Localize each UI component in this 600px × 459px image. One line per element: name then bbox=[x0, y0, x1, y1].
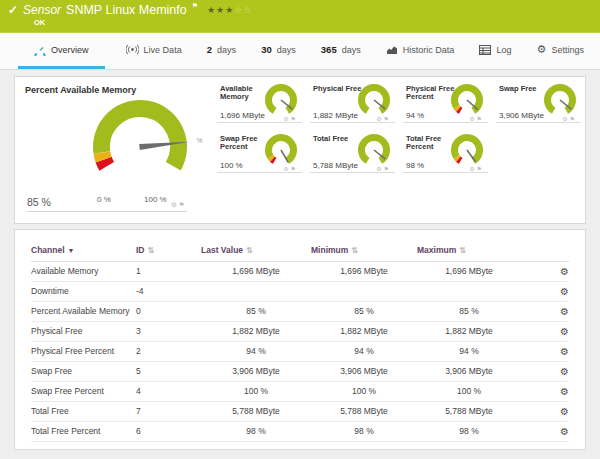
channel-name: Downtime bbox=[31, 281, 136, 301]
mini-gauge-total-free: Total Free 5,788 MByte ⚙⚑ bbox=[306, 129, 399, 179]
mini-gauge-value: 94 % bbox=[406, 111, 424, 120]
pin-icon[interactable]: ⚑ bbox=[384, 166, 391, 172]
gear-icon[interactable]: ⚙ bbox=[469, 116, 476, 122]
gauge-corner-icons[interactable]: ⚙⚑ bbox=[171, 201, 187, 209]
tab-overview[interactable]: Overview bbox=[18, 33, 105, 69]
last-value bbox=[201, 281, 311, 301]
mini-gauge-available-memory: Available Memory 1,696 MByte ⚙⚑ bbox=[213, 79, 306, 129]
channel-settings-gear-icon[interactable]: ⚙ bbox=[560, 406, 569, 417]
col-header-maximum[interactable]: Maximum⇅ bbox=[417, 239, 521, 261]
mini-gauge-total-free-percent: Total Free Percent 98 % ⚙⚑ bbox=[399, 129, 492, 179]
mini-gauge-label: Total Free bbox=[313, 135, 348, 143]
tab-bar: Overview Live Data 2 days 30 days 365 da… bbox=[0, 33, 600, 70]
channel-name: Swap Free Percent bbox=[31, 381, 136, 401]
channel-settings-gear-icon[interactable]: ⚙ bbox=[560, 426, 569, 437]
log-icon bbox=[479, 45, 491, 55]
maximum-value bbox=[417, 281, 521, 301]
table-row: Downtime -4 ⚙ bbox=[31, 281, 569, 301]
minimum-value: 1,882 MByte bbox=[311, 321, 417, 341]
last-value: 1,882 MByte bbox=[201, 321, 311, 341]
gauge-corner-icons[interactable]: ⚙⚑ bbox=[469, 115, 484, 122]
channel-settings-gear-icon[interactable]: ⚙ bbox=[560, 306, 569, 317]
channel-name: Physical Free bbox=[31, 321, 136, 341]
minimum-value: 100 % bbox=[311, 381, 417, 401]
mini-gauge-value: 1,882 MByte bbox=[313, 111, 358, 120]
gauge-corner-icons[interactable]: ⚙⚑ bbox=[562, 115, 577, 122]
tab-settings[interactable]: ⚙ Settings bbox=[533, 33, 588, 69]
channel-id: 7 bbox=[136, 401, 201, 421]
col-header-id[interactable]: ID⇅ bbox=[136, 239, 201, 261]
pin-icon[interactable]: ⚑ bbox=[179, 201, 187, 208]
channel-settings-gear-icon[interactable]: ⚙ bbox=[560, 386, 569, 397]
channel-id: 4 bbox=[136, 381, 201, 401]
channel-name: Percent Available Memory bbox=[31, 301, 136, 321]
maximum-value: 100 % bbox=[417, 381, 521, 401]
gear-icon[interactable]: ⚙ bbox=[283, 116, 290, 122]
divider bbox=[403, 172, 488, 173]
gauge-corner-icons[interactable]: ⚙⚑ bbox=[283, 115, 298, 122]
table-row: Swap Free 5 3,906 MByte 3,906 MByte 3,90… bbox=[31, 361, 569, 381]
main-gauge-value: 85 % bbox=[27, 196, 51, 208]
gear-icon[interactable]: ⚙ bbox=[376, 116, 383, 122]
pin-icon[interactable]: ⚑ bbox=[477, 166, 484, 172]
channel-table: Channel▼ ID⇅ Last Value⇅ Minimum⇅ Maximu… bbox=[31, 239, 569, 442]
tab-365-days[interactable]: 365 days bbox=[317, 33, 365, 69]
tab-historic-data[interactable]: Historic Data bbox=[382, 33, 459, 69]
flag-icon[interactable]: ⚑ bbox=[192, 2, 198, 10]
mini-gauge-physical-free: Physical Free 1,882 MByte ⚙⚑ bbox=[306, 79, 399, 129]
minimum-value: 85 % bbox=[311, 301, 417, 321]
channel-id: 2 bbox=[136, 341, 201, 361]
pin-icon[interactable]: ⚑ bbox=[477, 116, 484, 122]
mini-gauge-physical-free-percent: Physical Free Percent 94 % ⚙⚑ bbox=[399, 79, 492, 129]
pin-icon[interactable]: ⚑ bbox=[291, 116, 298, 122]
pin-icon[interactable]: ⚑ bbox=[291, 166, 298, 172]
gear-icon[interactable]: ⚙ bbox=[283, 166, 290, 172]
gauge-corner-icons[interactable]: ⚙⚑ bbox=[376, 115, 391, 122]
minimum-value: 3,906 MByte bbox=[311, 361, 417, 381]
mini-gauge-value: 1,696 MByte bbox=[220, 111, 265, 120]
sort-desc-icon: ▼ bbox=[68, 247, 75, 254]
gear-icon[interactable]: ⚙ bbox=[469, 166, 476, 172]
gauge-corner-icons[interactable]: ⚙⚑ bbox=[376, 165, 391, 172]
tab-log[interactable]: Log bbox=[475, 33, 515, 69]
tab-30-days[interactable]: 30 days bbox=[257, 33, 300, 69]
mini-gauge-swap-free: Swap Free 3,906 MByte ⚙⚑ bbox=[492, 79, 585, 129]
channel-id: 5 bbox=[136, 361, 201, 381]
table-header-row: Channel▼ ID⇅ Last Value⇅ Minimum⇅ Maximu… bbox=[31, 239, 569, 261]
gear-icon[interactable]: ⚙ bbox=[171, 201, 179, 208]
channel-settings-gear-icon[interactable]: ⚙ bbox=[560, 266, 569, 277]
live-data-icon bbox=[126, 44, 139, 55]
gauge-corner-icons[interactable]: ⚙⚑ bbox=[283, 165, 298, 172]
last-value: 5,788 MByte bbox=[201, 401, 311, 421]
channel-settings-gear-icon[interactable]: ⚙ bbox=[560, 286, 569, 297]
gauge-corner-icons[interactable]: ⚙⚑ bbox=[469, 165, 484, 172]
col-header-minimum[interactable]: Minimum⇅ bbox=[311, 239, 417, 261]
priority-stars[interactable]: ★★★☆☆ bbox=[207, 5, 252, 15]
maximum-value: 98 % bbox=[417, 421, 521, 441]
channel-id: 1 bbox=[136, 261, 201, 281]
channel-name: Swap Free bbox=[31, 361, 136, 381]
status-ok-check-icon: ✓ bbox=[8, 3, 18, 17]
tab-live-data[interactable]: Live Data bbox=[122, 33, 186, 69]
tab-label: Overview bbox=[51, 45, 89, 55]
col-header-last-value[interactable]: Last Value⇅ bbox=[201, 239, 311, 261]
pin-icon[interactable]: ⚑ bbox=[384, 116, 391, 122]
tab-2-days[interactable]: 2 days bbox=[203, 33, 240, 69]
sort-icon: ⇅ bbox=[148, 246, 155, 255]
table-row: Total Free 7 5,788 MByte 5,788 MByte 5,7… bbox=[31, 401, 569, 421]
tab-label: days bbox=[342, 45, 361, 55]
maximum-value: 3,906 MByte bbox=[417, 361, 521, 381]
stars-empty[interactable]: ☆☆ bbox=[234, 5, 252, 15]
gear-icon[interactable]: ⚙ bbox=[562, 116, 569, 122]
divider bbox=[496, 122, 581, 123]
minimum-value: 94 % bbox=[311, 341, 417, 361]
channel-settings-gear-icon[interactable]: ⚙ bbox=[560, 346, 569, 357]
pin-icon[interactable]: ⚑ bbox=[570, 116, 577, 122]
channel-id: 3 bbox=[136, 321, 201, 341]
tab-label: Settings bbox=[551, 45, 584, 55]
stars-filled[interactable]: ★★★ bbox=[207, 5, 234, 15]
channel-settings-gear-icon[interactable]: ⚙ bbox=[560, 326, 569, 337]
channel-settings-gear-icon[interactable]: ⚙ bbox=[560, 366, 569, 377]
gear-icon[interactable]: ⚙ bbox=[376, 166, 383, 172]
col-header-channel[interactable]: Channel▼ bbox=[31, 239, 136, 261]
